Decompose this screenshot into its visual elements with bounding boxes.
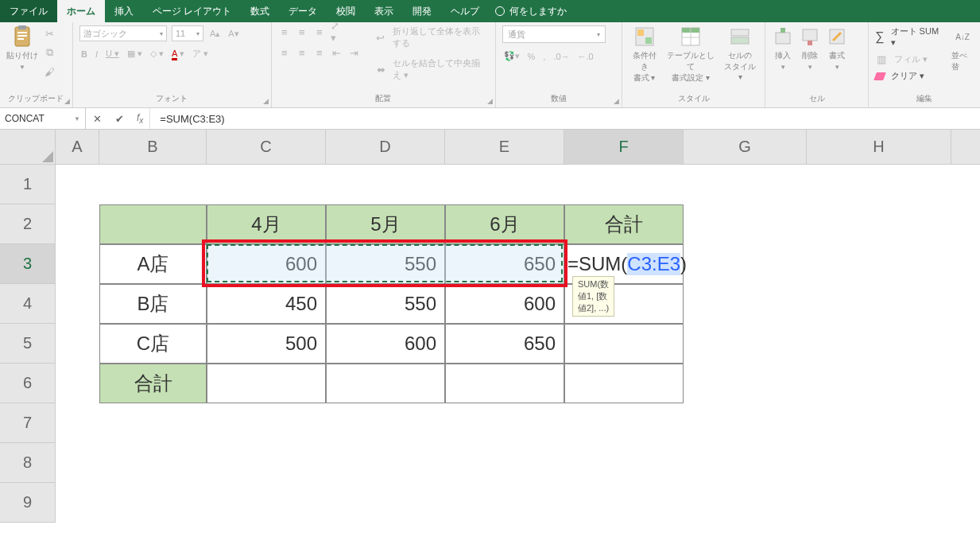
align-right-icon[interactable]: ≡ [313,46,326,59]
number-launcher-icon[interactable]: ◢ [614,97,619,105]
cell[interactable] [564,324,684,364]
name-box[interactable]: CONCAT▼ [0,108,86,129]
cell[interactable]: B店 [99,284,207,324]
decrease-decimal-icon[interactable]: ←.0 [576,52,595,61]
cell[interactable]: A店 [99,244,207,284]
grow-font-icon[interactable]: A▴ [208,29,222,39]
cell[interactable]: 600 [445,284,564,324]
cell-styles-button[interactable]: セルの スタイル ▾ [722,25,759,81]
tab-developer[interactable]: 開発 [403,0,441,22]
copy-icon[interactable]: ⧉ [43,46,56,59]
cell[interactable] [564,364,684,403]
tab-view[interactable]: 表示 [365,0,403,22]
orientation-icon[interactable]: ⤢ ▾ [331,25,343,38]
merge-center-button[interactable]: ⬌セルを結合して中央揃え ▾ [375,57,489,81]
font-size-select[interactable]: 11▾ [172,25,203,41]
number-format-select[interactable]: 通貨▾ [502,25,606,43]
cell[interactable]: 600 [326,324,445,364]
tab-help[interactable]: ヘルプ [441,0,489,22]
bold-button[interactable]: B [79,49,89,59]
row-header-9[interactable]: 9 [0,483,56,523]
cell[interactable]: 600 [207,244,326,284]
sort-filter-button[interactable]: A↓Z並べ替 [951,25,974,72]
align-left-icon[interactable]: ≡ [278,46,291,59]
col-header-B[interactable]: B [99,130,207,165]
fill-button[interactable]: ▥フィル ▾ [875,53,940,65]
tab-insert[interactable]: 挿入 [105,0,143,22]
cell[interactable] [326,364,445,403]
font-family-select[interactable]: 游ゴシック▾ [79,25,167,41]
underline-button[interactable]: U ▾ [104,49,121,59]
col-header-I[interactable]: I [951,130,980,165]
col-header-H[interactable]: H [807,130,951,165]
align-center-icon[interactable]: ≡ [296,46,308,59]
tab-page-layout[interactable]: ページ レイアウト [143,0,241,22]
tell-me-search[interactable]: 何をしますか [495,5,567,18]
shrink-font-icon[interactable]: A▾ [227,29,240,39]
cell[interactable]: 6月 [445,204,564,244]
format-painter-icon[interactable]: 🖌 [43,65,56,78]
fill-color-button[interactable]: ◇ ▾ [149,49,165,59]
clear-button[interactable]: クリア ▾ [875,70,940,82]
align-top-icon[interactable]: ≡ [278,25,291,38]
phonetic-button[interactable]: ア ▾ [191,48,210,60]
autosum-button[interactable]: ∑オート SUM ▾ [875,25,940,48]
alignment-launcher-icon[interactable]: ◢ [487,97,493,105]
cell[interactable]: 650 [445,244,564,284]
cell[interactable]: 合計 [564,204,684,244]
col-header-E[interactable]: E [445,130,564,165]
row-header-7[interactable]: 7 [0,403,56,443]
cell[interactable] [207,364,326,403]
cut-icon[interactable]: ✂ [43,27,56,40]
row-header-1[interactable]: 1 [0,165,56,204]
cell[interactable]: 650 [445,324,564,364]
tab-data[interactable]: データ [279,0,327,22]
cell[interactable]: 550 [326,244,445,284]
cell[interactable] [99,204,207,244]
row-header-6[interactable]: 6 [0,364,56,403]
tab-file[interactable]: ファイル [0,0,57,22]
conditional-format-button[interactable]: 条件付き 書式 ▾ [629,25,659,84]
fx-icon[interactable]: fx [130,112,149,125]
row-header-2[interactable]: 2 [0,204,56,244]
format-cells-button[interactable]: 書式▼ [826,25,848,71]
indent-inc-icon[interactable]: ⇥ [348,46,361,59]
insert-cells-button[interactable]: 挿入▼ [772,25,794,71]
borders-button[interactable]: ▦ ▾ [126,49,144,59]
accounting-format-icon[interactable]: 💱▾ [502,51,521,61]
tab-home[interactable]: ホーム [57,0,105,22]
col-header-D[interactable]: D [326,130,445,165]
cell[interactable] [445,364,564,403]
select-all-corner[interactable] [0,130,56,165]
align-middle-icon[interactable]: ≡ [296,25,308,38]
wrap-text-button[interactable]: ↩折り返して全体を表示する [375,25,489,49]
cell[interactable]: 500 [207,324,326,364]
cell[interactable]: 450 [207,284,326,324]
delete-cells-button[interactable]: 削除▼ [799,25,821,71]
paste-button[interactable]: 貼り付け ▼ [6,25,38,71]
col-header-A[interactable]: A [56,130,99,165]
increase-decimal-icon[interactable]: .0→ [552,52,571,61]
indent-dec-icon[interactable]: ⇤ [331,46,343,59]
spreadsheet-grid[interactable]: ABCDEFGHI 123456789 4月5月6月合計A店600550650B… [0,130,980,533]
row-header-3[interactable]: 3 [0,244,56,284]
comma-format-icon[interactable]: , [541,52,547,61]
cell[interactable]: 合計 [99,364,207,403]
format-as-table-button[interactable]: テーブルとして 書式設定 ▾ [664,25,718,84]
cell[interactable]: C店 [99,324,207,364]
cell[interactable]: 4月 [207,204,326,244]
col-header-G[interactable]: G [684,130,807,165]
row-header-4[interactable]: 4 [0,284,56,324]
cell[interactable]: 550 [326,284,445,324]
tab-formulas[interactable]: 数式 [241,0,279,22]
tab-review[interactable]: 校閲 [327,0,365,22]
col-header-F[interactable]: F [564,130,684,165]
confirm-formula-icon[interactable]: ✔ [108,113,130,125]
font-launcher-icon[interactable]: ◢ [263,97,269,105]
cell[interactable]: 5月 [326,204,445,244]
align-bottom-icon[interactable]: ≡ [313,25,326,38]
row-header-8[interactable]: 8 [0,443,56,483]
formula-input[interactable]: =SUM(C3:E3) [150,108,980,129]
cancel-formula-icon[interactable]: ✕ [86,113,108,125]
percent-format-icon[interactable]: % [526,52,537,61]
